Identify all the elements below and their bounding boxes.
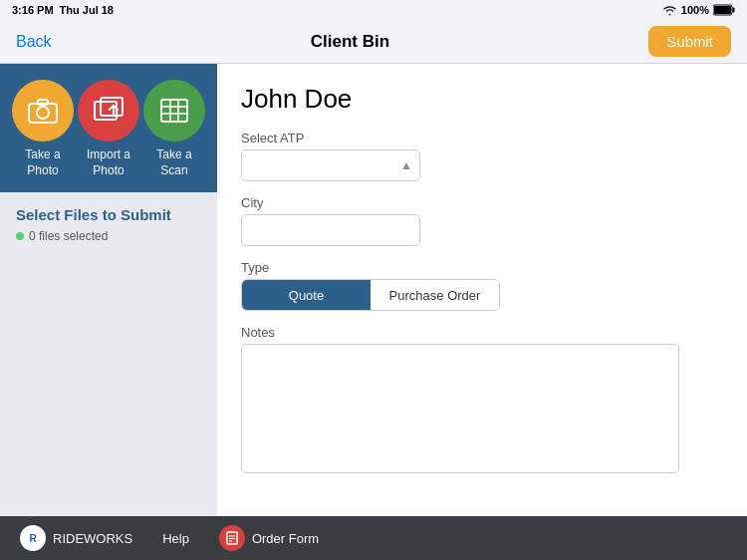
rideworks-label: RIDEWORKS bbox=[53, 531, 132, 546]
left-panel: Take a Photo Import a Photo bbox=[0, 64, 217, 516]
take-scan-icon-circle bbox=[143, 80, 205, 141]
order-form-icon bbox=[219, 525, 245, 551]
city-input[interactable] bbox=[241, 214, 420, 246]
city-group: City bbox=[241, 195, 723, 246]
order-form-label: Order Form bbox=[252, 531, 319, 546]
type-label: Type bbox=[241, 260, 723, 275]
action-buttons: Take a Photo Import a Photo bbox=[0, 64, 217, 192]
help-label: Help bbox=[162, 531, 189, 546]
help-button[interactable]: Help bbox=[162, 531, 189, 546]
files-section: Select Files to Submit 0 files selected bbox=[0, 192, 217, 257]
client-name: John Doe bbox=[241, 84, 723, 115]
svg-rect-5 bbox=[38, 100, 48, 105]
right-panel: John Doe Select ATP ▲ City Type Quote Pu… bbox=[217, 64, 747, 516]
take-photo-icon-circle bbox=[12, 80, 74, 141]
notes-textarea[interactable] bbox=[241, 344, 679, 473]
take-scan-label: Take a Scan bbox=[156, 147, 191, 178]
purchase-order-button[interactable]: Purchase Order bbox=[371, 280, 499, 310]
svg-rect-9 bbox=[161, 100, 187, 122]
svg-rect-1 bbox=[733, 8, 735, 13]
battery-label: 100% bbox=[681, 4, 709, 16]
city-label: City bbox=[241, 195, 723, 210]
order-form-button[interactable]: Order Form bbox=[219, 525, 319, 551]
take-photo-button[interactable]: Take a Photo bbox=[12, 80, 74, 178]
atp-label: Select ATP bbox=[241, 131, 723, 145]
status-time: 3:16 PM bbox=[12, 4, 54, 16]
bottom-bar: R RIDEWORKS Help Order Form bbox=[0, 516, 747, 560]
atp-select-wrapper: ▲ bbox=[241, 149, 420, 181]
notes-label: Notes bbox=[241, 325, 723, 340]
status-day: Thu Jul 18 bbox=[60, 4, 114, 16]
files-count-label: 0 files selected bbox=[29, 229, 108, 243]
back-button[interactable]: Back bbox=[16, 33, 52, 51]
atp-select[interactable] bbox=[241, 149, 420, 181]
type-group: Type Quote Purchase Order bbox=[241, 260, 723, 311]
svg-rect-2 bbox=[714, 6, 731, 14]
import-photo-button[interactable]: Import a Photo bbox=[78, 80, 139, 178]
rideworks-logo[interactable]: R RIDEWORKS bbox=[20, 525, 132, 551]
rideworks-logo-icon: R bbox=[20, 525, 46, 551]
quote-button[interactable]: Quote bbox=[242, 280, 371, 310]
submit-button[interactable]: Submit bbox=[648, 26, 731, 57]
atp-group: Select ATP ▲ bbox=[241, 131, 723, 181]
notes-group: Notes bbox=[241, 325, 723, 477]
files-dot bbox=[16, 232, 24, 240]
svg-point-4 bbox=[37, 107, 49, 119]
battery-icon bbox=[713, 4, 735, 16]
status-bar: 3:16 PM Thu Jul 18 100% bbox=[0, 0, 747, 20]
type-toggle: Quote Purchase Order bbox=[241, 279, 500, 311]
wifi-icon bbox=[662, 5, 677, 16]
files-count: 0 files selected bbox=[16, 229, 201, 243]
import-photo-icon-circle bbox=[78, 80, 139, 141]
take-scan-button[interactable]: Take a Scan bbox=[143, 80, 205, 178]
page-title: Client Bin bbox=[311, 32, 389, 52]
import-photo-label: Import a Photo bbox=[87, 147, 130, 178]
main-content: Take a Photo Import a Photo bbox=[0, 64, 747, 516]
take-photo-label: Take a Photo bbox=[25, 147, 60, 178]
files-title: Select Files to Submit bbox=[16, 206, 201, 223]
nav-bar: Back Client Bin Submit bbox=[0, 20, 747, 64]
